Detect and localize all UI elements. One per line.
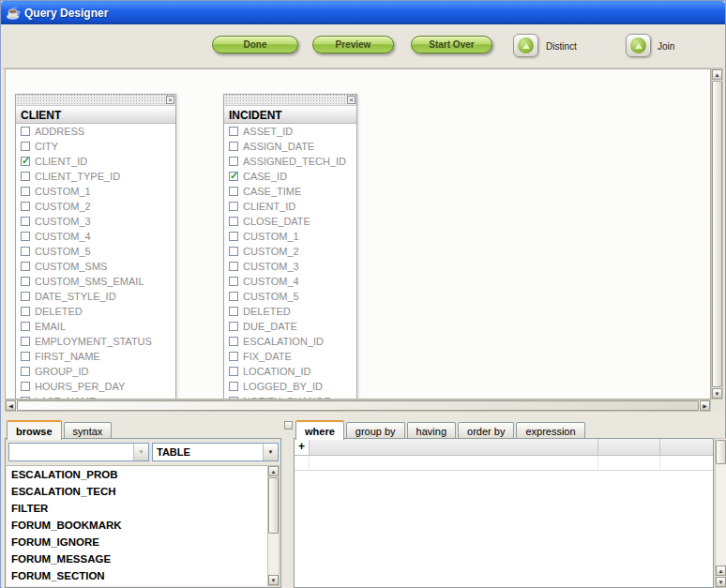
scroll-up-icon[interactable]: ▲ [712, 69, 722, 80]
checkbox-deleted[interactable] [229, 307, 238, 316]
table-list-vertical-scrollbar[interactable]: ▲ ▼ [267, 465, 280, 586]
client-table-panel[interactable]: × CLIENT ADDRESSCITYCLIENT_IDCLIENT_TYPE… [15, 94, 176, 400]
field-row-custom_5[interactable]: CUSTOM_5 [16, 244, 175, 259]
field-row-deleted[interactable]: DELETED [224, 304, 356, 319]
field-row-date_style_id[interactable]: DATE_STYLE_ID [16, 289, 175, 304]
scrollbar-thumb[interactable] [17, 400, 699, 411]
scroll-down-icon[interactable]: ▼ [268, 575, 279, 585]
checkbox-location_id[interactable] [229, 367, 238, 376]
scroll-up-icon[interactable]: ▲ [716, 565, 726, 576]
checkbox-address[interactable] [21, 127, 30, 136]
tab-order-by[interactable]: order by [458, 422, 514, 439]
field-row-custom_1[interactable]: CUSTOM_1 [16, 184, 175, 199]
field-row-location_id[interactable]: LOCATION_ID [224, 364, 356, 379]
close-icon[interactable]: × [347, 96, 355, 104]
tab-browse[interactable]: browse [7, 420, 62, 440]
checkbox-client_type_id[interactable] [21, 172, 30, 181]
field-row-custom_sms[interactable]: CUSTOM_SMS [16, 259, 175, 274]
scrollbar-thumb[interactable] [268, 477, 279, 534]
field-row-assign_date[interactable]: ASSIGN_DATE [224, 139, 356, 154]
clause-vertical-scrollbar[interactable]: ▲ ▼ [715, 438, 726, 588]
field-row-custom_3[interactable]: CUSTOM_3 [224, 259, 356, 274]
tab-syntax[interactable]: syntax [64, 422, 113, 439]
tab-group-by[interactable]: group by [346, 422, 405, 439]
field-row-escalation_id[interactable]: ESCALATION_ID [224, 334, 356, 349]
field-row-deleted[interactable]: DELETED [16, 304, 175, 319]
distinct-toggle-button[interactable] [513, 34, 538, 57]
scroll-right-icon[interactable]: ▶ [700, 400, 710, 411]
table-list-item-escalation_prob[interactable]: ESCALATION_PROB [7, 466, 267, 483]
grid-header-cell[interactable] [660, 439, 713, 455]
scroll-down-icon[interactable]: ▼ [716, 577, 726, 587]
field-row-hours_per_day[interactable]: HOURS_PER_DAY [16, 379, 175, 394]
incident-table-panel[interactable]: × INCIDENT ASSET_IDASSIGN_DATEASSIGNED_T… [223, 94, 357, 400]
field-row-custom_3[interactable]: CUSTOM_3 [16, 214, 175, 229]
checkbox-custom_3[interactable] [229, 262, 238, 271]
field-row-custom_2[interactable]: CUSTOM_2 [224, 244, 356, 259]
checkbox-custom_1[interactable] [229, 232, 238, 241]
splitter-handle[interactable] [284, 421, 293, 430]
close-icon[interactable]: × [166, 96, 174, 104]
field-row-city[interactable]: CITY [16, 139, 175, 154]
table-list-item-filter[interactable]: FILTER [7, 500, 267, 517]
field-row-custom_4[interactable]: CUSTOM_4 [224, 274, 356, 289]
checkbox-custom_2[interactable] [21, 202, 30, 211]
field-row-case_time[interactable]: CASE_TIME [224, 184, 356, 199]
field-row-close_date[interactable]: CLOSE_DATE [224, 214, 356, 229]
desktop-horizontal-scrollbar[interactable]: ◀ ▶ [5, 400, 711, 412]
grid-cell[interactable] [598, 456, 660, 470]
field-row-email[interactable]: EMAIL [16, 319, 175, 334]
field-row-custom_1[interactable]: CUSTOM_1 [224, 229, 356, 244]
join-toggle-button[interactable] [626, 34, 651, 57]
checkbox-assigned_tech_id[interactable] [229, 157, 238, 166]
done-button[interactable]: Done [212, 36, 298, 53]
panel-drag-grip[interactable]: × [16, 95, 175, 106]
tab-where[interactable]: where [295, 420, 344, 440]
title-bar[interactable]: ☕ Query Designer [1, 1, 725, 24]
checkbox-custom_sms[interactable] [21, 262, 30, 271]
field-row-custom_4[interactable]: CUSTOM_4 [16, 229, 175, 244]
filter-combobox[interactable]: ▼ [8, 443, 149, 461]
checkbox-assign_date[interactable] [229, 142, 238, 151]
field-row-group_id[interactable]: GROUP_ID [16, 364, 175, 379]
scrollbar-thumb[interactable] [712, 81, 722, 387]
checkbox-close_date[interactable] [229, 217, 238, 226]
field-row-employment_status[interactable]: EMPLOYMENT_STATUS [16, 334, 175, 349]
checkbox-custom_2[interactable] [229, 247, 238, 256]
field-row-client_type_id[interactable]: CLIENT_TYPE_ID [16, 169, 175, 184]
tab-expression[interactable]: expression [516, 422, 584, 439]
checkbox-logged_by_id[interactable] [229, 382, 238, 391]
checkbox-group_id[interactable] [21, 367, 30, 376]
checkbox-first_name[interactable] [21, 352, 30, 361]
scrollbar-thumb[interactable] [716, 440, 726, 464]
preview-button[interactable]: Preview [312, 36, 394, 53]
checkbox-client_id[interactable] [229, 202, 238, 211]
field-row-address[interactable]: ADDRESS [16, 124, 175, 139]
field-row-first_name[interactable]: FIRST_NAME [16, 349, 175, 364]
field-row-logged_by_id[interactable]: LOGGED_BY_ID [224, 379, 356, 394]
field-row-client_id[interactable]: CLIENT_ID [224, 199, 356, 214]
checkbox-fix_date[interactable] [229, 352, 238, 361]
field-row-case_id[interactable]: CASE_ID [224, 169, 356, 184]
grid-header-cell[interactable] [310, 439, 598, 455]
field-row-custom_2[interactable]: CUSTOM_2 [16, 199, 175, 214]
scroll-up-icon[interactable]: ▲ [268, 466, 279, 476]
grid-header-cell[interactable] [598, 439, 660, 455]
grid-cell[interactable] [295, 456, 310, 470]
checkbox-date_style_id[interactable] [21, 292, 30, 301]
grid-cell[interactable] [310, 456, 598, 470]
panel-drag-grip[interactable]: × [224, 95, 356, 106]
checkbox-asset_id[interactable] [229, 127, 238, 136]
field-row-custom_5[interactable]: CUSTOM_5 [224, 289, 356, 304]
scroll-left-icon[interactable]: ◀ [6, 400, 16, 411]
field-row-due_date[interactable]: DUE_DATE [224, 319, 356, 334]
checkbox-due_date[interactable] [229, 322, 238, 331]
scroll-down-icon[interactable]: ▼ [712, 388, 722, 399]
grid-cell[interactable] [660, 456, 713, 470]
checkbox-custom_5[interactable] [21, 247, 30, 256]
checkbox-hours_per_day[interactable] [21, 382, 30, 391]
table-list-item-forum_ignore[interactable]: FORUM_IGNORE [7, 534, 267, 550]
desktop-vertical-scrollbar[interactable]: ▲ ▼ [711, 68, 723, 400]
checkbox-custom_4[interactable] [21, 232, 30, 241]
checkbox-case_time[interactable] [229, 187, 238, 196]
